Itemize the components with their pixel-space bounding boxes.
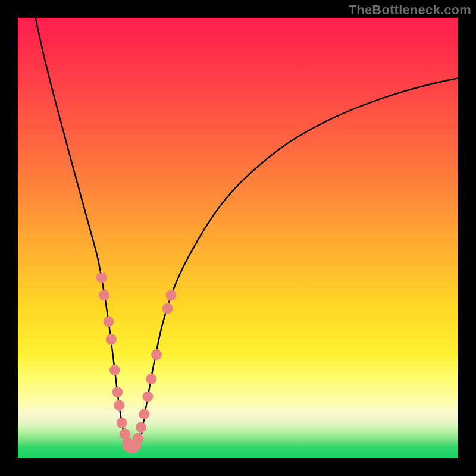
data-point (142, 391, 153, 402)
watermark-text: TheBottleneck.com (349, 2, 471, 18)
data-point (114, 400, 124, 411)
data-point (139, 409, 149, 419)
data-point (117, 418, 127, 428)
data-point (151, 349, 162, 360)
data-point (146, 374, 156, 384)
data-point (99, 290, 109, 300)
data-point (112, 387, 123, 397)
data-point (103, 317, 114, 327)
chart-frame: TheBottleneck.com (0, 0, 476, 476)
data-point (162, 303, 173, 314)
data-point (109, 365, 120, 375)
chart-overlay (18, 18, 458, 458)
data-point (166, 290, 177, 300)
data-point (106, 334, 117, 345)
data-point (136, 422, 146, 433)
data-point (133, 433, 143, 444)
data-points (96, 273, 177, 453)
bottleneck-curve (36, 18, 458, 449)
data-point (96, 273, 107, 283)
